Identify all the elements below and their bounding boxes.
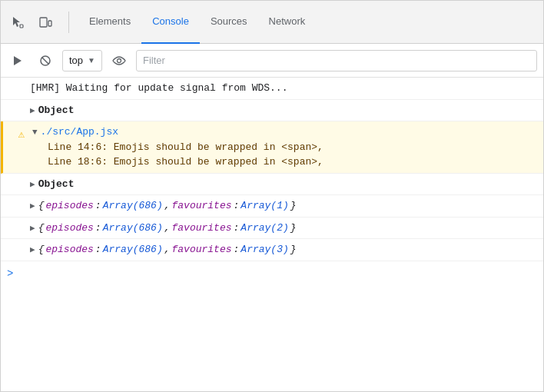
devtools-nav-toolbar: Elements Console Sources Network: [1, 1, 543, 44]
warning-file-link[interactable]: ./src/App.jsx: [41, 125, 118, 140]
console-row-ep1[interactable]: {episodes: Array(686), favourites: Array…: [1, 195, 543, 218]
row-gutter: [7, 81, 30, 82]
ep-key2-3: favourites: [172, 242, 232, 257]
ep-expandable-1[interactable]: {episodes: Array(686), favourites: Array…: [30, 198, 537, 214]
eye-icon[interactable]: [108, 50, 130, 71]
ep-expandable-3[interactable]: {episodes: Array(686), favourites: Array…: [30, 242, 537, 257]
console-row-object1[interactable]: Object: [1, 100, 543, 122]
row-content-ep2: {episodes: Array(686), favourites: Array…: [30, 221, 537, 236]
row-content-object1: Object: [30, 103, 537, 118]
console-input[interactable]: [16, 267, 537, 279]
row-content-ep1: {episodes: Array(686), favourites: Array…: [30, 198, 537, 214]
ep-val2-3: Array(3): [240, 242, 288, 257]
cursor-icon[interactable]: [7, 12, 28, 33]
expand-triangle-2[interactable]: [30, 178, 35, 191]
ep-key1-1: episodes: [45, 198, 93, 214]
row-gutter-ep3: [7, 242, 30, 244]
object-expandable-2[interactable]: Object: [30, 177, 537, 192]
expand-triangle[interactable]: [30, 105, 35, 118]
ep-triangle-2[interactable]: [30, 222, 35, 235]
device-toggle-icon[interactable]: [35, 12, 56, 33]
console-row-hmr: [HMR] Waiting for update signal from WDS…: [1, 78, 543, 100]
context-value: top: [69, 55, 83, 66]
clear-errors-icon[interactable]: [35, 50, 56, 71]
tab-sources[interactable]: Sources: [200, 1, 258, 44]
row-gutter-2: [7, 177, 30, 178]
ep-val1-3: Array(686): [103, 242, 163, 257]
row-gutter-ep2: [7, 221, 30, 222]
hmr-text: [HMR] Waiting for update signal from WDS…: [30, 82, 287, 94]
object-label-2: Object: [38, 177, 75, 192]
console-output: [HMR] Waiting for update signal from WDS…: [1, 78, 543, 391]
ep-triangle-1[interactable]: [30, 200, 35, 213]
ep-expandable-2[interactable]: {episodes: Array(686), favourites: Array…: [30, 221, 537, 236]
object-expandable[interactable]: Object: [30, 103, 537, 118]
console-row-ep3[interactable]: {episodes: Array(686), favourites: Array…: [1, 239, 543, 261]
ep-key2-2: favourites: [172, 221, 232, 236]
ep-val2-1: Array(1): [240, 198, 288, 214]
row-content-hmr: [HMR] Waiting for update signal from WDS…: [30, 81, 537, 96]
run-icon[interactable]: [7, 50, 28, 71]
console-prompt[interactable]: >: [1, 261, 543, 286]
ep-key2-1: favourites: [172, 198, 232, 214]
console-row-warning: ⚠ ./src/App.jsx Line 14:6: Emojis should…: [1, 121, 543, 174]
nav-tabs: Elements Console Sources Network: [78, 1, 537, 44]
tab-console[interactable]: Console: [141, 1, 200, 44]
filter-input[interactable]: [136, 50, 537, 71]
row-content-object2: Object: [30, 177, 537, 192]
ep-key1-2: episodes: [45, 221, 93, 236]
ep-key1-3: episodes: [45, 242, 93, 257]
warning-line1: Line 14:6: Emojis should be wrapped in <…: [32, 140, 537, 155]
ep-val1-1: Array(686): [103, 198, 163, 214]
ep-val2-2: Array(2): [240, 221, 288, 236]
object-label-1: Object: [38, 103, 75, 118]
chevron-down-icon: ▼: [88, 56, 95, 65]
row-content-ep3: {episodes: Array(686), favourites: Array…: [30, 242, 537, 257]
row-gutter-ep1: [7, 198, 30, 200]
console-row-object2[interactable]: Object: [1, 174, 543, 196]
row-gutter: [7, 103, 30, 105]
svg-rect-2: [48, 21, 51, 26]
warning-gutter: ⚠: [9, 125, 32, 143]
svg-line-5: [42, 57, 49, 64]
console-row-ep2[interactable]: {episodes: Array(686), favourites: Array…: [1, 218, 543, 240]
ep-val1-2: Array(686): [103, 221, 163, 236]
toolbar-icons-group: [7, 12, 69, 33]
console-toolbar: top ▼: [1, 44, 543, 78]
warning-line2: Line 18:6: Emojis should be wrapped in <…: [32, 154, 537, 170]
context-selector[interactable]: top ▼: [62, 50, 102, 71]
warning-content: ./src/App.jsx Line 14:6: Emojis should b…: [32, 125, 537, 170]
tab-network[interactable]: Network: [258, 1, 317, 44]
svg-rect-1: [40, 18, 47, 27]
devtools-panel: Elements Console Sources Network top ▼: [0, 0, 544, 392]
warning-triangle[interactable]: [32, 126, 38, 139]
prompt-arrow: >: [7, 267, 13, 280]
warning-icon: ⚠: [18, 127, 25, 143]
svg-rect-0: [20, 25, 23, 28]
tab-elements[interactable]: Elements: [78, 1, 141, 44]
warning-expandable[interactable]: ./src/App.jsx: [32, 125, 537, 140]
svg-point-6: [117, 58, 121, 62]
svg-marker-3: [14, 56, 22, 65]
ep-triangle-3[interactable]: [30, 244, 35, 257]
